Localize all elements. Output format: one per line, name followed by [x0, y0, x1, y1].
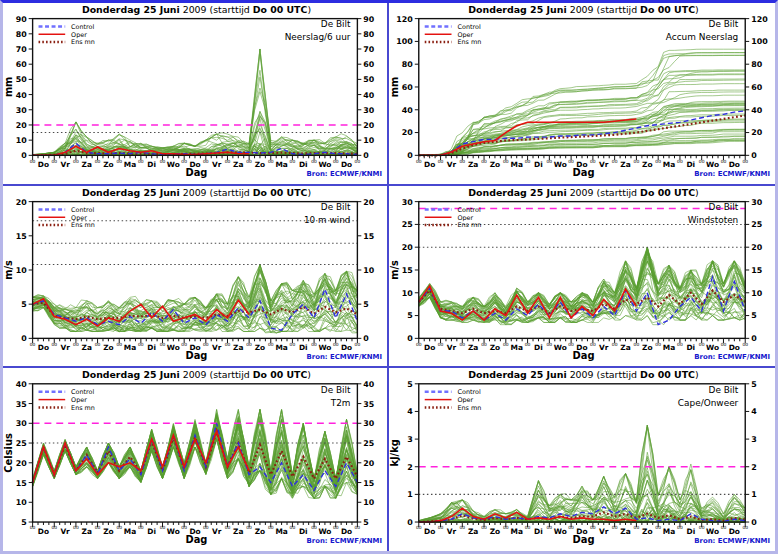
day-tick-label: Ma: [663, 160, 675, 169]
hour-tick-label: 00: [290, 526, 296, 531]
day-tick-label: Do: [729, 160, 740, 169]
day-tick-label: Za: [468, 343, 478, 352]
variable-label: Accum Neerslag: [666, 32, 738, 42]
hour-tick-label: 00: [51, 159, 57, 164]
hour-tick-label: 00: [311, 159, 317, 164]
y-tick-label-right: 30: [363, 420, 374, 429]
hour-tick-label: 00: [438, 526, 444, 531]
hour-tick-label: 00: [481, 159, 487, 164]
y-tick-label-right: 25: [751, 220, 762, 229]
hour-tick-label: 00: [30, 159, 36, 164]
day-tick-label: Do: [38, 160, 49, 169]
hour-tick-label: 00: [116, 526, 122, 531]
hour-tick-label: 00: [290, 159, 296, 164]
day-tick-label: Di: [147, 343, 156, 352]
day-tick-label: Za: [233, 343, 243, 352]
day-tick-label: Zo: [642, 343, 653, 352]
hour-tick-label: 00: [51, 341, 57, 346]
day-tick-label: Do: [341, 527, 352, 536]
variable-label: Cape/Onweer: [678, 398, 739, 408]
y-tick-label-right: 30: [363, 106, 375, 115]
y-tick-label-right: 5: [363, 518, 368, 527]
y-tick-label-left: 5: [21, 518, 26, 527]
day-tick-label: Ma: [124, 527, 136, 536]
panel-title: Donderdag 25 Juni 2009 (starttijd Do 00 …: [82, 369, 311, 380]
day-tick-label: Di: [534, 527, 543, 536]
legend-label-control: Control: [457, 23, 480, 31]
day-tick-label: Zo: [103, 160, 113, 169]
y-axis-label: mm: [389, 77, 400, 97]
panel-title: Donderdag 25 Juni 2009 (starttijd Do 00 …: [468, 186, 699, 197]
day-tick-label: Za: [82, 527, 92, 536]
day-tick-label: Zo: [642, 527, 652, 536]
day-tick-label: Za: [620, 160, 630, 169]
hour-tick-label: 00: [612, 341, 618, 346]
day-tick-label: Vr: [60, 527, 70, 536]
y-tick-label-left: 60: [16, 60, 28, 69]
hour-tick-label: 00: [721, 526, 727, 531]
hour-tick-label: 00: [246, 159, 252, 164]
legend-label-control: Control: [71, 23, 94, 31]
y-tick-label-right: 20: [751, 129, 763, 138]
day-tick-label: Vr: [60, 343, 70, 352]
hour-tick-label: 00: [438, 341, 444, 346]
panel-neerslag-6uur: Donderdag 25 Juni 2009 (starttijd Do 00 …: [3, 3, 389, 186]
hour-tick-label: 00: [655, 526, 661, 531]
day-tick-label: Wo: [318, 343, 331, 352]
hour-tick-label: 00: [355, 159, 361, 164]
hour-tick-label: 00: [699, 341, 705, 346]
x-axis-label: Dag: [572, 534, 594, 545]
y-tick-label-left: 60: [402, 83, 414, 92]
hour-tick-label: 00: [503, 526, 509, 531]
day-tick-label: Di: [534, 343, 543, 352]
day-tick-label: Vr: [60, 160, 70, 169]
hour-tick-label: 00: [333, 159, 339, 164]
y-tick-label-right: 10: [363, 136, 375, 145]
hour-tick-label: 00: [181, 526, 187, 531]
hour-tick-label: 00: [459, 341, 465, 346]
hour-tick-label: 00: [590, 341, 596, 346]
hour-tick-label: 00: [503, 159, 509, 164]
day-tick-label: Ma: [124, 160, 136, 169]
source-credit: Bron: ECMWF/KNMI: [694, 353, 770, 361]
panel-title: Donderdag 25 Juni 2009 (starttijd Do 00 …: [468, 369, 698, 380]
day-tick-label: Za: [82, 343, 92, 352]
y-tick-label-left: 50: [16, 75, 28, 84]
y-tick-label-right: 5: [751, 380, 757, 389]
hour-tick-label: 00: [568, 341, 574, 346]
y-tick-label-left: 5: [407, 380, 413, 389]
day-tick-label: Za: [620, 527, 630, 536]
chart-accum-neerslag: Donderdag 25 Juni 2009 (starttijd Do 00 …: [389, 3, 775, 184]
hour-tick-label: 00: [416, 526, 422, 531]
hour-tick-label: 00: [333, 526, 339, 531]
hour-tick-label: 00: [634, 526, 640, 531]
hour-tick-label: 00: [547, 341, 553, 346]
hour-tick-label: 00: [203, 159, 209, 164]
day-tick-label: Zo: [642, 160, 653, 169]
hour-tick-label: 00: [268, 159, 274, 164]
x-axis-label: Dag: [186, 534, 208, 545]
variable-label: 10 m wind: [304, 215, 351, 225]
hour-tick-label: 00: [290, 341, 296, 346]
panel-title: Donderdag 25 Juni 2009 (starttijd Do 00 …: [468, 4, 699, 15]
y-axis-label: m/s: [389, 260, 400, 280]
day-tick-label: Do: [341, 343, 352, 352]
hour-tick-label: 00: [634, 159, 640, 164]
y-axis-label: m/s: [3, 260, 14, 280]
y-tick-label-left: 4: [407, 408, 413, 417]
legend-label-ensmean: Ens mn: [457, 39, 481, 47]
day-tick-label: Di: [534, 160, 543, 169]
day-tick-label: Za: [468, 527, 478, 536]
ensemble-members: [419, 49, 745, 155]
day-tick-label: Do: [38, 343, 49, 352]
hour-tick-label: 00: [225, 526, 231, 531]
y-tick-label-left: 100: [396, 37, 413, 46]
y-tick-label-right: 120: [751, 15, 768, 24]
hour-tick-label: 00: [568, 159, 574, 164]
y-tick-label-right: 4: [751, 408, 757, 417]
chart-windstoten: Donderdag 25 Juni 2009 (starttijd Do 00 …: [389, 186, 775, 367]
legend-label-oper: Oper: [457, 396, 473, 404]
x-axis-label: Dag: [186, 167, 208, 178]
panel-title: Donderdag 25 Juni 2009 (starttijd Do 00 …: [82, 4, 311, 15]
y-tick-label-left: 80: [402, 60, 414, 69]
